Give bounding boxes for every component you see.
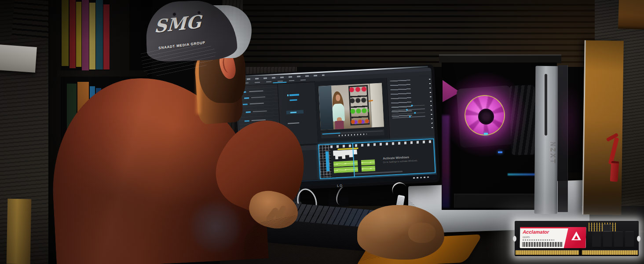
photo-scene: NZXT	[0, 0, 644, 264]
tan-box	[7, 199, 32, 264]
playback-buttons	[339, 134, 366, 136]
memory-chip	[625, 231, 634, 247]
gym-equipment-row	[350, 97, 368, 105]
timeline-scrollbar	[355, 171, 403, 175]
ram-brand-text: Acclamator	[523, 229, 549, 235]
rgb-strip	[508, 173, 538, 176]
effect-slider	[392, 105, 424, 107]
slider-knob	[411, 105, 413, 106]
effect-slider	[392, 112, 425, 114]
track-header-column	[319, 145, 332, 178]
ram-label: Acclamator DDR5	[520, 227, 586, 248]
ram-shadow	[523, 257, 633, 262]
rgb-cpu-fan	[465, 95, 505, 136]
audio-clip	[361, 160, 375, 166]
clip-icon	[287, 95, 289, 96]
ram-product-shot: Acclamator DDR5	[515, 221, 639, 256]
gym-equipment-row	[349, 86, 368, 95]
keyframe-column	[429, 79, 433, 129]
preview-window-area	[318, 86, 333, 130]
case-vent-slot	[545, 74, 547, 136]
case-side-panel	[582, 40, 624, 215]
slider-knob	[406, 109, 408, 110]
motherboard-led	[498, 151, 502, 153]
wall-trim	[0, 44, 37, 73]
tree-item-label	[249, 90, 263, 92]
effect-controls-panel	[386, 76, 435, 139]
ram-key-notch	[579, 248, 582, 255]
gpu-area	[454, 194, 545, 208]
ram-edge-clip	[637, 236, 640, 242]
preview-door	[369, 83, 384, 128]
clip-name-bar	[288, 122, 299, 124]
audio-clip	[334, 166, 358, 173]
monitor-brand-logo: LG	[337, 183, 343, 188]
slider-knob	[414, 112, 416, 114]
clip-name-bar	[289, 94, 299, 96]
red-cable-connector	[610, 161, 619, 182]
wood-beam	[618, 0, 644, 29]
arm-tattoo	[186, 198, 245, 257]
case-brand-logo: NZXT	[538, 142, 556, 194]
memory-chip	[592, 231, 601, 247]
memory-chip	[603, 231, 612, 247]
clip-name-bar	[289, 99, 297, 101]
video-clip-waveform	[333, 149, 358, 159]
acclamator-logo-badge	[564, 227, 586, 248]
ram-type-text: DDR5	[523, 236, 530, 238]
motherboard-led	[484, 133, 488, 135]
audio-clip	[361, 165, 375, 172]
memory-chip	[614, 231, 623, 247]
video-preview	[318, 83, 384, 130]
pc-case-top-frame	[439, 55, 561, 63]
presenter-pants	[335, 121, 344, 129]
effect-slider	[392, 109, 425, 111]
ram-serial-bar	[523, 239, 554, 241]
scrub-bar	[322, 130, 383, 134]
clip-name-bar	[290, 111, 296, 113]
gym-equipment-row	[350, 107, 369, 115]
ram-edge-clip	[513, 236, 516, 242]
thumb	[408, 223, 435, 243]
ram-smd-components	[589, 223, 616, 231]
slider-knob	[409, 116, 411, 117]
transport-controls	[321, 129, 384, 139]
magenta-glow-spill	[555, 84, 583, 158]
gym-equipment-row	[351, 118, 369, 126]
taskbar-tray-icons	[413, 177, 415, 178]
program-monitor-panel	[315, 78, 389, 143]
fan-hub	[478, 109, 494, 125]
ram-gold-pins	[516, 250, 638, 255]
acclamator-logo-icon	[571, 231, 581, 240]
ram-barcode	[522, 242, 563, 247]
audio-clip	[333, 161, 358, 167]
ram-controller-chip	[603, 224, 611, 231]
